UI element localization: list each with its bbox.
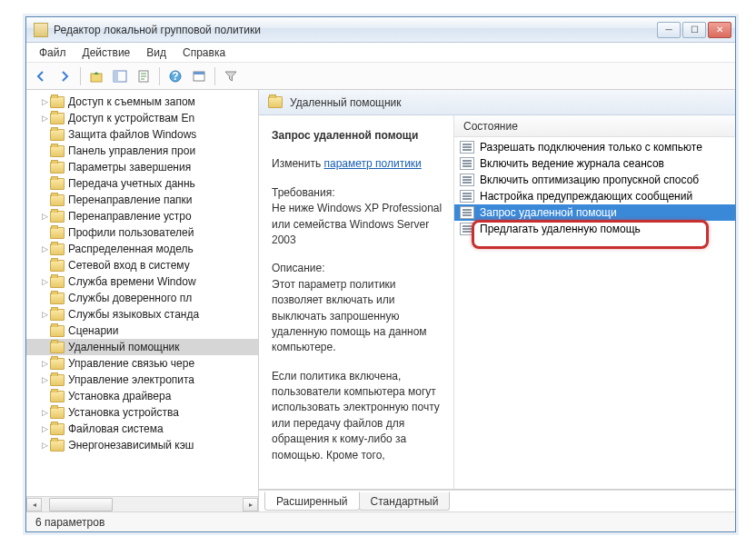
list-item-label: Включить оптимизацию пропускной способ [480, 174, 699, 186]
folder-icon [50, 113, 65, 124]
tree-item[interactable]: Параметры завершения [26, 159, 258, 175]
expand-icon[interactable]: ▷ [39, 97, 50, 106]
tree-item-label: Службы языковых станда [68, 308, 199, 321]
tree-item-label: Установка драйвера [68, 390, 171, 402]
close-button[interactable]: ✕ [708, 22, 731, 38]
expand-icon[interactable]: ▷ [39, 408, 50, 417]
expand-icon[interactable]: ▷ [39, 441, 50, 450]
expand-icon[interactable]: ▷ [39, 375, 50, 384]
menu-action[interactable]: Действие [75, 45, 138, 61]
tree-item[interactable]: ▷Установка устройства [26, 404, 258, 421]
list-item[interactable]: Разрешать подключения только с компьюте [454, 139, 735, 155]
show-hide-tree-button[interactable] [109, 65, 131, 87]
tree-item[interactable]: ▷Управление электропита [26, 372, 258, 388]
policy-icon [460, 223, 474, 235]
tree-item-label: Файловая система [68, 422, 164, 435]
tree-item[interactable]: ▷Службы языковых станда [26, 306, 258, 323]
requirements-heading: Требования: [272, 185, 443, 201]
minimize-button[interactable]: ─ [657, 22, 681, 38]
scroll-thumb[interactable] [49, 498, 113, 511]
tree-item[interactable]: Сценарии [26, 323, 258, 339]
tab-standard[interactable]: Стандартный [359, 491, 451, 511]
tree-item[interactable]: Установка драйвера [26, 388, 258, 404]
tree-panel[interactable]: ▷Доступ к съемным запом▷Доступ к устройс… [26, 90, 259, 511]
list-item-label: Включить ведение журнала сеансов [480, 157, 664, 170]
description-body-2: Если политика включена, пользователи ком… [272, 369, 443, 463]
expand-icon[interactable]: ▷ [39, 244, 50, 253]
list-item[interactable]: Настройка предупреждающих сообщений [454, 188, 735, 204]
folder-icon [50, 260, 65, 272]
expand-icon[interactable]: ▷ [39, 424, 50, 433]
back-button[interactable] [30, 65, 52, 87]
tree-item[interactable]: Защита файлов Windows [26, 126, 258, 143]
view-tabs: Расширенный Стандартный [259, 490, 735, 511]
tree-item[interactable]: Профили пользователей [26, 224, 258, 241]
tree-item-label: Доступ к съемным запом [68, 95, 195, 108]
list-item[interactable]: Включить оптимизацию пропускной способ [454, 172, 735, 188]
tab-extended[interactable]: Расширенный [264, 491, 360, 511]
forward-button[interactable] [54, 65, 75, 87]
list-item-label: Предлагать удаленную помощь [480, 223, 641, 235]
tree-item-label: Перенаправление устро [68, 210, 192, 223]
expand-icon[interactable]: ▷ [39, 310, 50, 319]
list-column-header[interactable]: Состояние [454, 115, 735, 137]
folder-icon [50, 211, 65, 223]
content-header-label: Удаленный помощник [290, 96, 402, 109]
titlebar[interactable]: Редактор локальной групповой политики ─ … [26, 17, 735, 43]
list-item[interactable]: Запрос удаленной помощи [454, 204, 735, 221]
tree-item[interactable]: Службы доверенного пл [26, 290, 258, 306]
tree-item-label: Удаленный помощник [68, 341, 180, 353]
tree-item[interactable]: ▷Доступ к съемным запом [26, 94, 258, 110]
tree-item[interactable]: ▷Доступ к устройствам En [26, 110, 258, 126]
tree-item-label: Параметры завершения [68, 161, 191, 174]
properties-button[interactable] [188, 65, 210, 87]
maximize-button[interactable]: ☐ [682, 22, 706, 38]
scroll-right-button[interactable]: ▸ [243, 498, 258, 511]
filter-button[interactable] [220, 65, 242, 87]
description-heading: Описание: [272, 261, 443, 276]
folder-icon [50, 276, 65, 288]
toolbar: ? [26, 63, 735, 90]
tree-item[interactable]: ▷Распределенная модель [26, 241, 258, 257]
tree-item-label: Служба времени Window [68, 275, 196, 288]
policy-list[interactable]: Состояние Разрешать подключения только с… [453, 115, 735, 489]
tree-item-label: Сетевой вход в систему [68, 259, 190, 272]
tree-item-label: Панель управления прои [68, 144, 195, 157]
export-button[interactable] [133, 65, 154, 87]
policy-icon [460, 157, 474, 170]
expand-icon[interactable]: ▷ [39, 114, 50, 123]
expand-icon[interactable]: ▷ [39, 212, 50, 221]
list-item-label: Настройка предупреждающих сообщений [480, 190, 692, 203]
expand-icon[interactable]: ▷ [39, 359, 50, 368]
tree-item[interactable]: ▷Файловая система [26, 421, 258, 437]
edit-policy-link[interactable]: параметр политики [323, 157, 421, 170]
content-header: Удаленный помощник [259, 90, 735, 115]
tree-item[interactable]: ▷Управление связью чере [26, 355, 258, 372]
tree-item[interactable]: ▷Служба времени Window [26, 273, 258, 290]
list-item[interactable]: Предлагать удаленную помощь [454, 221, 735, 237]
status-text: 6 параметров [35, 516, 104, 529]
tree-item[interactable]: ▷Перенаправление устро [26, 208, 258, 224]
folder-icon [268, 96, 283, 108]
folder-icon [50, 145, 65, 157]
tree-hscroll[interactable]: ◂ ▸ [26, 496, 258, 511]
folder-icon [50, 227, 65, 239]
expand-icon[interactable]: ▷ [39, 277, 50, 286]
tree-item[interactable]: Панель управления прои [26, 143, 258, 159]
tree-item[interactable]: Передача учетных даннь [26, 175, 258, 192]
menu-file[interactable]: Файл [32, 45, 74, 61]
tree-item[interactable]: ▷Энергонезависимый кэш [26, 437, 258, 453]
menu-view[interactable]: Вид [139, 45, 174, 61]
list-item[interactable]: Включить ведение журнала сеансов [454, 155, 735, 172]
menu-help[interactable]: Справка [175, 45, 233, 61]
policy-icon [460, 141, 474, 154]
tree-item-label: Перенаправление папки [68, 194, 193, 206]
up-button[interactable] [85, 65, 107, 87]
tree-item[interactable]: Удаленный помощник [26, 339, 258, 355]
tree-item-label: Доступ к устройствам En [68, 112, 194, 124]
svg-rect-0 [91, 74, 102, 82]
scroll-left-button[interactable]: ◂ [26, 498, 42, 511]
tree-item[interactable]: Перенаправление папки [26, 192, 258, 208]
help-button[interactable]: ? [164, 65, 186, 87]
tree-item[interactable]: Сетевой вход в систему [26, 257, 258, 273]
